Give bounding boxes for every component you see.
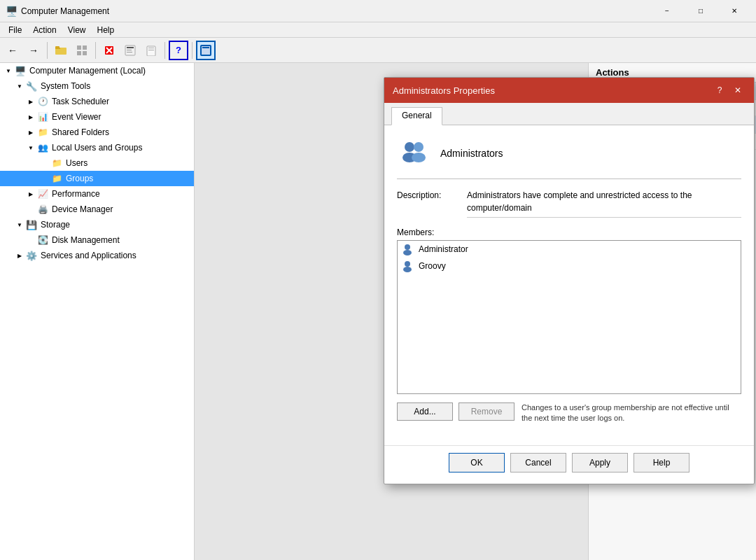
toolbar-separator-2 [95, 42, 96, 59]
svg-rect-2 [55, 46, 59, 48]
svg-rect-6 [83, 51, 87, 55]
services-applications-label: Services and Applications [41, 251, 136, 260]
local-users-groups-icon: 👥 [36, 141, 49, 154]
member-groovy-name: Groovy [419, 261, 446, 271]
app-title: Computer Management [21, 6, 651, 16]
remove-button[interactable]: Remove [458, 402, 514, 421]
shared-folders-expand-icon: ▶ [25, 127, 36, 138]
dialog-tabs: General [384, 103, 754, 125]
menu-help[interactable]: Help [92, 22, 120, 38]
members-list[interactable]: Administrator Groovy [397, 240, 741, 394]
dialog-overlay: Administrators Properties ? ✕ General [195, 63, 588, 560]
folder-button[interactable] [51, 41, 71, 60]
users-icon: 📁 [50, 157, 63, 169]
delete-button[interactable] [99, 41, 119, 60]
add-button[interactable]: Add... [397, 402, 453, 421]
event-viewer-label: Event Viewer [52, 112, 101, 122]
tree-task-scheduler[interactable]: ▶ 🕐 Task Scheduler [0, 94, 194, 109]
help-footer-button[interactable]: Help [634, 453, 690, 472]
tree-storage[interactable]: ▼ 💾 Storage [0, 217, 194, 232]
minimize-button[interactable]: − [651, 0, 683, 22]
task-scheduler-label: Task Scheduler [52, 97, 109, 106]
properties-button[interactable] [120, 41, 140, 60]
description-label: Description: [397, 189, 467, 200]
dialog-note: Changes to a user's group membership are… [522, 402, 741, 424]
member-administrator[interactable]: Administrator [398, 241, 741, 258]
system-tools-expand-icon: ▼ [14, 80, 25, 92]
apply-button[interactable]: Apply [572, 453, 628, 472]
dialog-content: Administrators Description: Administrato… [384, 125, 754, 445]
menu-action[interactable]: Action [27, 22, 62, 38]
root-expand-icon: ▼ [3, 65, 14, 76]
dialog-group-name: Administrators [440, 148, 503, 159]
menu-view[interactable]: View [62, 22, 92, 38]
tree-device-manager[interactable]: ▶ 🖨️ Device Manager [0, 202, 194, 217]
dialog-titlebar: Administrators Properties ? ✕ [384, 78, 754, 103]
root-label: Computer Management (Local) [29, 66, 146, 76]
toolbar: ← → ? [0, 38, 756, 63]
svg-point-23 [405, 244, 410, 250]
svg-point-25 [405, 261, 410, 267]
dialog-tab-general[interactable]: General [391, 107, 442, 125]
tree-groups[interactable]: ▶ 📁 Groups [0, 171, 194, 186]
app-icon: 🖥️ [6, 6, 17, 17]
title-bar: 🖥️ Computer Management − □ ✕ [0, 0, 756, 22]
help-button[interactable]: ? [169, 41, 188, 60]
toolbar-separator-3 [164, 42, 165, 59]
device-manager-label: Device Manager [52, 204, 113, 214]
menu-file[interactable]: File [3, 22, 27, 38]
groups-icon: 📁 [50, 172, 63, 185]
left-panel: ▼ 🖥️ Computer Management (Local) ▼ 🔧 Sys… [0, 63, 195, 560]
svg-rect-12 [127, 50, 132, 50]
export-button[interactable] [141, 41, 161, 60]
grid-button[interactable] [72, 41, 92, 60]
back-button[interactable]: ← [3, 41, 22, 60]
event-viewer-expand-icon: ▶ [25, 111, 36, 122]
close-button[interactable]: ✕ [718, 0, 750, 22]
event-viewer-icon: 📊 [36, 111, 49, 123]
svg-point-26 [403, 267, 412, 272]
svg-rect-18 [202, 47, 209, 48]
description-value: Administrators have complete and unrestr… [467, 189, 741, 218]
shared-folders-icon: 📁 [36, 126, 49, 139]
dialog-close-button[interactable]: ✕ [730, 83, 746, 98]
member-groovy[interactable]: Groovy [398, 258, 741, 274]
maximize-button[interactable]: □ [685, 0, 717, 22]
dialog-help-button[interactable]: ? [712, 83, 727, 98]
svg-rect-15 [148, 48, 154, 48]
dialog-title-buttons: ? ✕ [712, 83, 746, 98]
svg-rect-16 [148, 50, 154, 50]
tree-disk-management[interactable]: ▶ 💽 Disk Management [0, 232, 194, 248]
tree-event-viewer[interactable]: ▶ 📊 Event Viewer [0, 109, 194, 125]
svg-rect-5 [77, 51, 81, 55]
cancel-button[interactable]: Cancel [510, 453, 566, 472]
snap-button[interactable] [196, 41, 216, 60]
performance-label: Performance [52, 189, 100, 199]
svg-rect-3 [77, 46, 81, 50]
menu-bar: File Action View Help [0, 22, 756, 38]
svg-rect-13 [127, 52, 132, 52]
toolbar-separator-4 [192, 42, 192, 59]
tree-services-applications[interactable]: ▶ ⚙️ Services and Applications [0, 248, 194, 263]
administrators-properties-dialog: Administrators Properties ? ✕ General [384, 77, 755, 484]
dialog-description-row: Description: Administrators have complet… [397, 189, 741, 218]
storage-expand-icon: ▼ [14, 219, 25, 230]
dialog-action-buttons: Add... Remove [397, 402, 514, 421]
tree-local-users-groups[interactable]: ▼ 👥 Local Users and Groups [0, 140, 194, 155]
member-administrator-name: Administrator [419, 244, 468, 254]
system-tools-icon: 🔧 [25, 80, 38, 92]
dialog-action-row: Add... Remove Changes to a user's group … [397, 402, 741, 424]
users-label: Users [66, 158, 88, 168]
tree-users[interactable]: ▶ 📁 Users [0, 155, 194, 171]
tree-performance[interactable]: ▶ 📈 Performance [0, 186, 194, 202]
ok-button[interactable]: OK [449, 453, 505, 472]
member-groovy-icon [400, 259, 414, 273]
member-administrator-icon [400, 242, 414, 256]
tree-system-tools[interactable]: ▼ 🔧 System Tools [0, 78, 194, 94]
disk-management-label: Disk Management [52, 235, 120, 245]
performance-expand-icon: ▶ [25, 188, 36, 200]
tree-shared-folders[interactable]: ▶ 📁 Shared Folders [0, 125, 194, 140]
forward-button[interactable]: → [24, 41, 43, 60]
tree-root[interactable]: ▼ 🖥️ Computer Management (Local) [0, 63, 194, 78]
shared-folders-label: Shared Folders [52, 127, 109, 137]
